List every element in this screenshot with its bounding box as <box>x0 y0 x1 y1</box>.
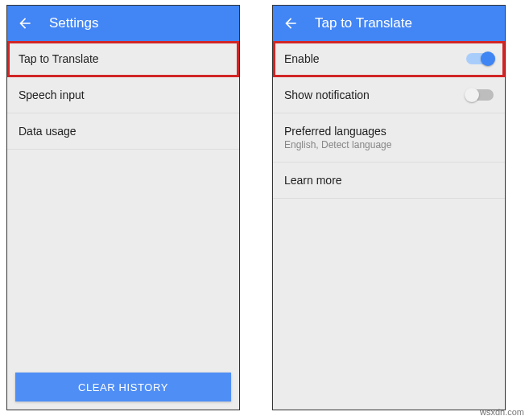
row-enable[interactable]: Enable <box>273 41 505 77</box>
row-preferred-languages[interactable]: Preferred languages English, Detect lang… <box>273 113 505 163</box>
back-arrow-icon[interactable] <box>283 15 299 31</box>
appbar: Tap to Translate <box>273 6 505 41</box>
row-learn-more[interactable]: Learn more <box>273 163 505 199</box>
row-label: Preferred languages <box>284 125 391 138</box>
settings-list: Tap to Translate Speech input Data usage <box>7 41 239 364</box>
row-label: Data usage <box>19 125 76 138</box>
row-show-notification[interactable]: Show notification <box>273 77 505 113</box>
row-text: Preferred languages English, Detect lang… <box>284 125 391 150</box>
tap-to-translate-screen: Tap to Translate Enable Show notificatio… <box>272 5 506 410</box>
footer: CLEAR HISTORY <box>7 364 239 410</box>
watermark: wsxdn.com <box>480 407 524 417</box>
row-data-usage[interactable]: Data usage <box>7 113 239 150</box>
row-speech-input[interactable]: Speech input <box>7 77 239 113</box>
row-tap-to-translate[interactable]: Tap to Translate <box>7 41 239 77</box>
row-label: Speech input <box>19 89 85 101</box>
tap-to-translate-list: Enable Show notification Preferred langu… <box>273 41 505 410</box>
row-sublabel: English, Detect language <box>284 139 391 150</box>
row-label: Enable <box>284 52 320 65</box>
toggle-show-notification[interactable] <box>466 89 494 101</box>
toggle-enable[interactable] <box>466 53 494 64</box>
appbar: Settings <box>7 6 239 41</box>
settings-screen: Settings Tap to Translate Speech input D… <box>6 5 240 410</box>
row-label: Show notification <box>284 89 370 101</box>
page-title: Tap to Translate <box>315 15 412 31</box>
back-arrow-icon[interactable] <box>17 15 33 31</box>
row-label: Tap to Translate <box>19 52 99 65</box>
row-label: Learn more <box>284 174 342 187</box>
page-title: Settings <box>49 15 98 31</box>
clear-history-button[interactable]: CLEAR HISTORY <box>15 373 231 401</box>
